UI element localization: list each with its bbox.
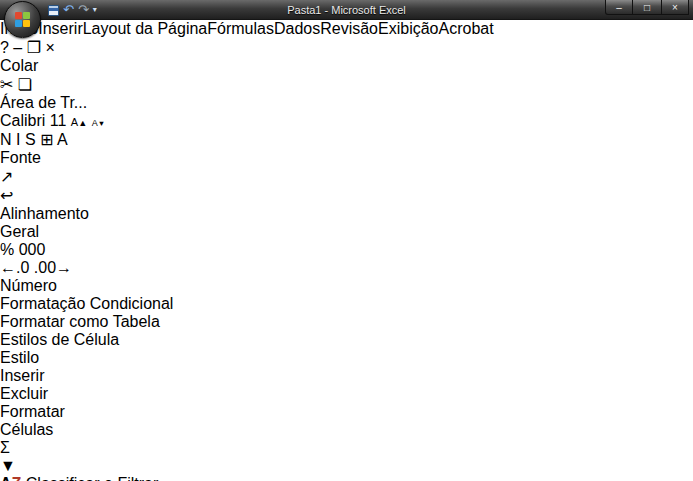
workbook-close-button[interactable]: × <box>46 39 55 56</box>
orientation-icon[interactable]: ↗ <box>0 168 13 185</box>
font-size-value: 11 <box>50 112 67 129</box>
tab-dados[interactable]: Dados <box>274 20 320 38</box>
conditional-formatting-button[interactable]: Formatação Condicional <box>0 295 693 313</box>
comma-format-icon[interactable]: 000 <box>19 241 46 258</box>
alignment-group-label[interactable]: Alinhamento <box>0 205 693 223</box>
insert-cells-label: Inserir <box>0 367 44 384</box>
decrease-decimal-icon[interactable]: .00→ <box>34 259 72 276</box>
workbook-minimize-button[interactable]: – <box>13 39 22 56</box>
increase-font-icon[interactable]: A▲ <box>71 116 87 128</box>
quick-access-toolbar: ↶ ↷ ▾ <box>48 2 97 18</box>
window-title: Pasta1 - Microsoft Excel <box>0 4 693 16</box>
tab-layout-da-pagina[interactable]: Layout da Página <box>83 20 208 38</box>
workbook-restore-button[interactable]: ❐ <box>27 39 41 56</box>
font-color-icon[interactable]: A <box>57 131 68 148</box>
format-as-table-label: Formatar como Tabela <box>0 313 160 330</box>
decrease-font-icon[interactable]: A▼ <box>92 118 105 128</box>
fill-button[interactable]: ▼ <box>0 457 693 475</box>
cells-group-label-text: Células <box>0 421 53 438</box>
style-group: Formatação Condicional Formatar como Tab… <box>0 295 693 367</box>
tab-inserir[interactable]: Inserir <box>38 20 82 38</box>
tab-revisao[interactable]: Revisão <box>320 20 378 38</box>
wrap-text-icon[interactable]: ↩ <box>0 187 13 204</box>
increase-decimal-icon[interactable]: ←.0 <box>0 259 29 276</box>
number-format-select[interactable]: Geral <box>0 223 39 240</box>
cells-group: Inserir Excluir Formatar Células <box>0 367 693 439</box>
redo-icon[interactable]: ↷ <box>78 3 89 17</box>
editing-group: Σ ▼ AZ Classificar e Filtrar Localizar e… <box>0 439 693 481</box>
help-icon[interactable]: ? <box>0 39 9 56</box>
conditional-formatting-label: Formatação Condicional <box>0 295 173 312</box>
font-group-label[interactable]: Fonte <box>0 149 693 167</box>
cut-icon[interactable]: ✂ <box>0 76 13 93</box>
sort-filter-label: Classificar e Filtrar <box>26 475 158 481</box>
bold-button[interactable]: N <box>0 131 12 148</box>
borders-icon[interactable]: ⊞ <box>40 131 53 148</box>
undo-icon[interactable]: ↶ <box>63 3 74 17</box>
delete-cells-button[interactable]: Excluir <box>0 385 693 403</box>
minimize-button[interactable]: – <box>605 0 633 15</box>
sort-filter-button[interactable]: AZ Classificar e Filtrar <box>0 475 693 481</box>
save-icon[interactable] <box>48 5 59 16</box>
number-group-label-text: Número <box>0 277 57 294</box>
cells-group-label: Células <box>0 421 693 439</box>
sort-filter-icon: AZ <box>0 475 26 481</box>
italic-button[interactable]: I <box>16 131 20 148</box>
title-bar: ↶ ↷ ▾ Pasta1 - Microsoft Excel – □ × <box>0 0 693 20</box>
office-button[interactable] <box>4 1 41 38</box>
format-cells-button[interactable]: Formatar <box>0 403 693 421</box>
customize-quick-access-icon[interactable]: ▾ <box>93 3 97 17</box>
number-group: Geral % 000 ←.0 .00→ Número <box>0 223 693 295</box>
style-group-label: Estilo <box>0 349 693 367</box>
ribbon-tabs: InícioInserirLayout da PáginaFórmulasDad… <box>0 20 693 38</box>
window-controls: – □ × <box>605 0 689 15</box>
window-secondary-controls: ? – ❐ × <box>0 38 693 57</box>
autosum-button[interactable]: Σ <box>0 439 693 457</box>
sigma-icon: Σ <box>0 439 10 456</box>
number-format-value: Geral <box>0 223 39 240</box>
font-group-label-text: Fonte <box>0 149 41 166</box>
tab-exibicao[interactable]: Exibição <box>378 20 438 38</box>
excel-window: ↶ ↷ ▾ Pasta1 - Microsoft Excel – □ × Iní… <box>0 0 693 481</box>
tab-formulas[interactable]: Fórmulas <box>207 20 274 38</box>
font-name-select[interactable]: Calibri <box>0 112 45 129</box>
style-group-label-text: Estilo <box>0 349 39 366</box>
format-cells-label: Formatar <box>0 403 65 420</box>
font-group: Calibri 11 A▲ A▼ N I S ⊞ A Fonte <box>0 112 693 167</box>
clipboard-group: Colar ✂ ❏ Área de Tr... <box>0 57 693 112</box>
ribbon-tab-bar: InícioInserirLayout da PáginaFórmulasDad… <box>0 20 693 57</box>
cell-styles-button[interactable]: Estilos de Célula <box>0 331 693 349</box>
delete-cells-label: Excluir <box>0 385 48 402</box>
paste-label: Colar <box>0 57 38 74</box>
format-as-table-button[interactable]: Formatar como Tabela <box>0 313 693 331</box>
cell-styles-label: Estilos de Célula <box>0 331 119 348</box>
number-group-label[interactable]: Número <box>0 277 693 295</box>
alignment-group-label-text: Alinhamento <box>0 205 89 222</box>
insert-cells-button[interactable]: Inserir <box>0 367 693 385</box>
maximize-button[interactable]: □ <box>633 0 661 15</box>
tab-acrobat[interactable]: Acrobat <box>438 20 493 38</box>
clipboard-group-label-text: Área de Tr... <box>0 94 87 111</box>
underline-button[interactable]: S <box>25 131 36 148</box>
close-button[interactable]: × <box>661 0 689 15</box>
percent-format-icon[interactable]: % <box>0 241 14 258</box>
ribbon: Colar ✂ ❏ Área de Tr... Calibri 11 A▲ <box>0 57 693 481</box>
clipboard-group-label[interactable]: Área de Tr... <box>0 94 693 112</box>
font-name-value: Calibri <box>0 112 45 129</box>
fill-down-icon: ▼ <box>0 457 16 474</box>
copy-icon[interactable]: ❏ <box>18 76 32 93</box>
office-logo-icon <box>15 12 30 27</box>
paste-button[interactable]: Colar <box>0 57 693 75</box>
font-size-select[interactable]: 11 <box>50 112 67 129</box>
alignment-group: ↗ ↩ Alinhamento <box>0 167 693 223</box>
